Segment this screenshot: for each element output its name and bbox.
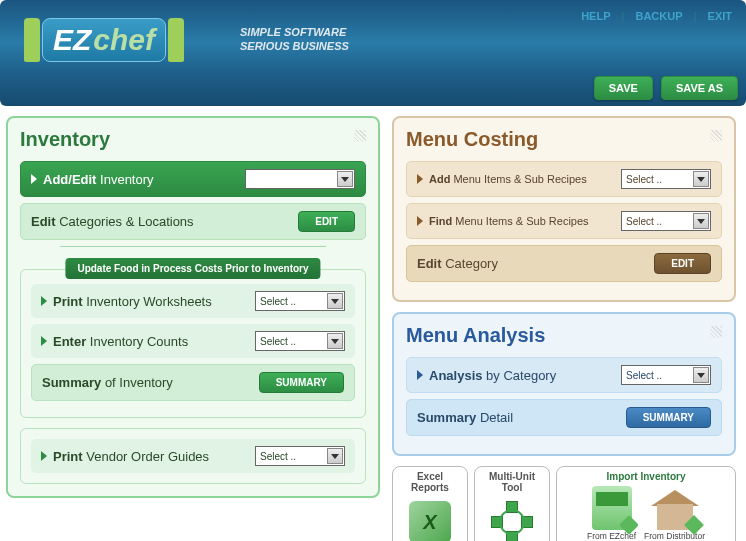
- separator: |: [693, 10, 696, 22]
- inventory-process-section: Update Food in Process Costs Prior to In…: [20, 269, 366, 418]
- edit-categories-label: Edit Categories & Locations: [31, 214, 194, 229]
- import-from-distributor[interactable]: From DistributorOrder Guide: [644, 490, 705, 541]
- update-food-header[interactable]: Update Food in Process Costs Prior to In…: [65, 258, 320, 279]
- logo-chef: chef: [93, 23, 155, 56]
- app-header: EZchef SIMPLE SOFTWARE SERIOUS BUSINESS …: [0, 0, 746, 106]
- template-icon: [592, 486, 632, 530]
- print-worksheets-row: Print Inventory Worksheets Select ..: [31, 284, 355, 318]
- inventory-panel: Inventory Add/Edit Inventory Select .. E…: [6, 116, 380, 498]
- vendor-section: Print Vendor Order Guides Select ..: [20, 428, 366, 484]
- chef-right-icon: [168, 18, 184, 62]
- triangle-icon: [417, 370, 423, 380]
- dropdown-arrow-icon: [327, 448, 343, 464]
- edit-categories-row: Edit Categories & Locations EDIT: [20, 203, 366, 240]
- multi-unit-tile[interactable]: Multi-UnitTool: [474, 466, 550, 541]
- dropdown-arrow-icon: [693, 171, 709, 187]
- triangle-icon: [417, 216, 423, 226]
- find-menu-items-label: Find Menu Items & Sub Recipes: [417, 215, 589, 227]
- enter-counts-row: Enter Inventory Counts Select ..: [31, 324, 355, 358]
- find-menu-items-row: Find Menu Items & Sub Recipes Select ..: [406, 203, 722, 239]
- grip-icon: [710, 326, 722, 338]
- menu-costing-title: Menu Costing: [406, 128, 722, 151]
- menu-analysis-title: Menu Analysis: [406, 324, 722, 347]
- summary-inventory-label: Summary of Inventory: [42, 375, 173, 390]
- edit-category-label: Edit Category: [417, 256, 498, 271]
- warehouse-icon: [651, 490, 699, 530]
- enter-counts-label: Enter Inventory Counts: [41, 334, 188, 349]
- dropdown-arrow-icon: [337, 171, 353, 187]
- triangle-icon: [41, 296, 47, 306]
- import-from-template[interactable]: From EZchefTemplate: [587, 486, 636, 541]
- summary-inventory-button[interactable]: SUMMARY: [259, 372, 344, 393]
- enter-counts-select[interactable]: Select ..: [255, 331, 345, 351]
- tagline-2: SERIOUS BUSINESS: [240, 40, 349, 54]
- logo-ez: EZ: [53, 23, 91, 56]
- logo-box: EZchef: [42, 18, 166, 62]
- separator: |: [621, 10, 624, 22]
- right-column: Menu Costing Add Menu Items & Sub Recipe…: [392, 116, 736, 541]
- summary-detail-label: Summary Detail: [417, 410, 513, 425]
- divider: [60, 246, 326, 247]
- inventory-title: Inventory: [20, 128, 366, 151]
- print-vendor-row: Print Vendor Order Guides Select ..: [31, 439, 355, 473]
- tagline-1: SIMPLE SOFTWARE: [240, 26, 349, 40]
- triangle-icon: [41, 336, 47, 346]
- grip-icon: [354, 130, 366, 142]
- print-vendor-select[interactable]: Select ..: [255, 446, 345, 466]
- dropdown-arrow-icon: [693, 213, 709, 229]
- tagline: SIMPLE SOFTWARE SERIOUS BUSINESS: [240, 26, 349, 54]
- exit-link[interactable]: EXIT: [708, 10, 732, 22]
- import-inventory-title: Import Inventory: [607, 471, 686, 482]
- save-button[interactable]: SAVE: [594, 76, 653, 100]
- top-links: HELP | BACKUP | EXIT: [581, 10, 732, 22]
- add-edit-inventory-row: Add/Edit Inventory Select ..: [20, 161, 366, 197]
- add-menu-items-label: Add Menu Items & Sub Recipes: [417, 173, 587, 185]
- import-inventory-tile: Import Inventory From EZchefTemplate Fro…: [556, 466, 736, 541]
- bottom-tiles: ExcelReports Multi-UnitTool Import Inven…: [392, 466, 736, 541]
- print-vendor-label: Print Vendor Order Guides: [41, 449, 209, 464]
- save-button-group: SAVE SAVE AS: [594, 76, 738, 100]
- analysis-category-row: Analysis by Category Select ..: [406, 357, 722, 393]
- triangle-icon: [31, 174, 37, 184]
- add-menu-items-select[interactable]: Select ..: [621, 169, 711, 189]
- dropdown-arrow-icon: [327, 333, 343, 349]
- main-content: Inventory Add/Edit Inventory Select .. E…: [0, 106, 746, 541]
- chef-left-icon: [24, 18, 40, 62]
- menu-analysis-panel: Menu Analysis Analysis by Category Selec…: [392, 312, 736, 456]
- dropdown-arrow-icon: [327, 293, 343, 309]
- logo: EZchef: [24, 18, 184, 62]
- excel-icon: [409, 501, 451, 541]
- left-column: Inventory Add/Edit Inventory Select .. E…: [6, 116, 380, 541]
- grip-icon: [710, 130, 722, 142]
- add-menu-items-row: Add Menu Items & Sub Recipes Select ..: [406, 161, 722, 197]
- backup-link[interactable]: BACKUP: [635, 10, 682, 22]
- edit-categories-button[interactable]: EDIT: [298, 211, 355, 232]
- summary-detail-button[interactable]: SUMMARY: [626, 407, 711, 428]
- menu-costing-panel: Menu Costing Add Menu Items & Sub Recipe…: [392, 116, 736, 302]
- edit-category-button[interactable]: EDIT: [654, 253, 711, 274]
- analysis-category-label: Analysis by Category: [417, 368, 556, 383]
- summary-detail-row: Summary Detail SUMMARY: [406, 399, 722, 436]
- multi-unit-icon: [491, 501, 533, 541]
- help-link[interactable]: HELP: [581, 10, 610, 22]
- add-edit-inventory-select[interactable]: Select ..: [245, 169, 355, 189]
- dropdown-arrow-icon: [693, 367, 709, 383]
- add-edit-inventory-label: Add/Edit Inventory: [31, 172, 154, 187]
- analysis-category-select[interactable]: Select ..: [621, 365, 711, 385]
- triangle-icon: [41, 451, 47, 461]
- save-as-button[interactable]: SAVE AS: [661, 76, 738, 100]
- print-worksheets-select[interactable]: Select ..: [255, 291, 345, 311]
- print-worksheets-label: Print Inventory Worksheets: [41, 294, 212, 309]
- summary-inventory-row: Summary of Inventory SUMMARY: [31, 364, 355, 401]
- edit-category-row: Edit Category EDIT: [406, 245, 722, 282]
- triangle-icon: [417, 174, 423, 184]
- find-menu-items-select[interactable]: Select ..: [621, 211, 711, 231]
- excel-reports-tile[interactable]: ExcelReports: [392, 466, 468, 541]
